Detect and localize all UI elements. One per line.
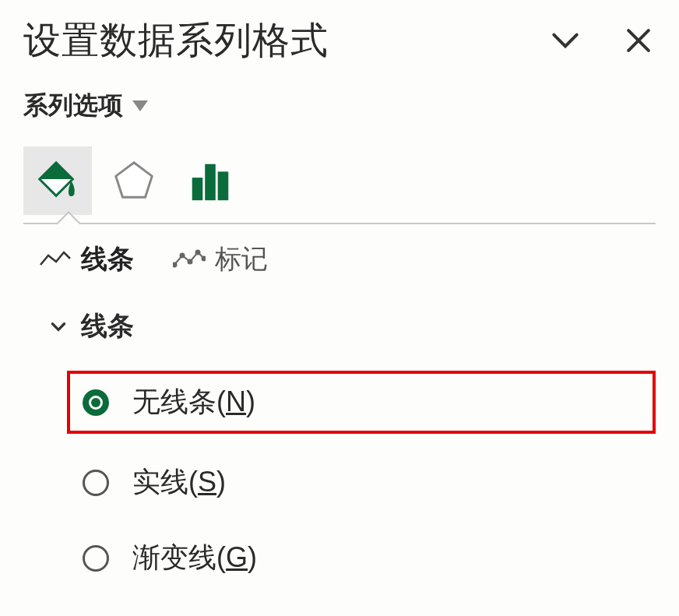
svg-rect-7	[205, 164, 216, 201]
sub-tab-line[interactable]: 线条	[39, 241, 134, 277]
line-radio-group: 无线条(N) 实线(S) 渐变线(G)	[23, 371, 656, 585]
svg-marker-2	[132, 100, 148, 111]
svg-point-9	[173, 263, 177, 267]
sub-tab-marker-label: 标记	[215, 241, 268, 277]
svg-marker-4	[40, 163, 73, 179]
svg-rect-8	[218, 171, 229, 200]
tab-pointer-divider	[23, 223, 656, 224]
collapse-icon[interactable]	[548, 23, 582, 58]
svg-point-11	[188, 260, 192, 264]
chevron-down-icon	[48, 316, 69, 336]
sub-tabs: 线条 标记	[23, 241, 656, 277]
svg-point-12	[196, 251, 200, 255]
tab-series-options[interactable]	[176, 146, 245, 215]
tab-fill-line[interactable]	[23, 146, 92, 215]
paint-bucket-icon	[33, 157, 82, 205]
line-section-label: 线条	[81, 308, 134, 344]
close-icon[interactable]	[621, 23, 656, 58]
panel-title: 设置数据系列格式	[23, 16, 329, 65]
pentagon-icon	[110, 157, 158, 205]
marker-small-icon	[173, 249, 206, 269]
svg-point-13	[202, 257, 206, 261]
radio-gradient-line[interactable]: 渐变线(G)	[70, 531, 656, 585]
radio-solid-line[interactable]: 实线(S)	[70, 456, 656, 509]
svg-marker-5	[116, 163, 153, 198]
radio-indicator-icon	[83, 470, 109, 496]
bar-chart-icon	[186, 157, 234, 205]
svg-point-10	[181, 254, 185, 258]
radio-indicator-icon	[83, 389, 109, 416]
series-options-dropdown[interactable]: 系列选项	[23, 89, 656, 123]
line-section-header[interactable]: 线条	[23, 308, 656, 344]
header-controls	[548, 23, 656, 58]
radio-no-line[interactable]: 无线条(N)	[67, 371, 656, 434]
radio-no-line-label: 无线条(N)	[132, 383, 255, 421]
radio-solid-line-label: 实线(S)	[132, 463, 226, 502]
dropdown-triangle-icon	[132, 100, 148, 111]
svg-rect-6	[192, 178, 203, 200]
tab-effects[interactable]	[100, 146, 168, 215]
radio-indicator-icon	[83, 545, 109, 572]
line-small-icon	[39, 249, 72, 269]
sub-tab-line-label: 线条	[81, 241, 134, 277]
radio-gradient-line-label: 渐变线(G)	[132, 539, 257, 577]
sub-tab-marker[interactable]: 标记	[173, 241, 268, 277]
tool-tabs	[23, 146, 656, 215]
series-options-label: 系列选项	[23, 89, 123, 123]
panel-header: 设置数据系列格式	[23, 16, 656, 65]
